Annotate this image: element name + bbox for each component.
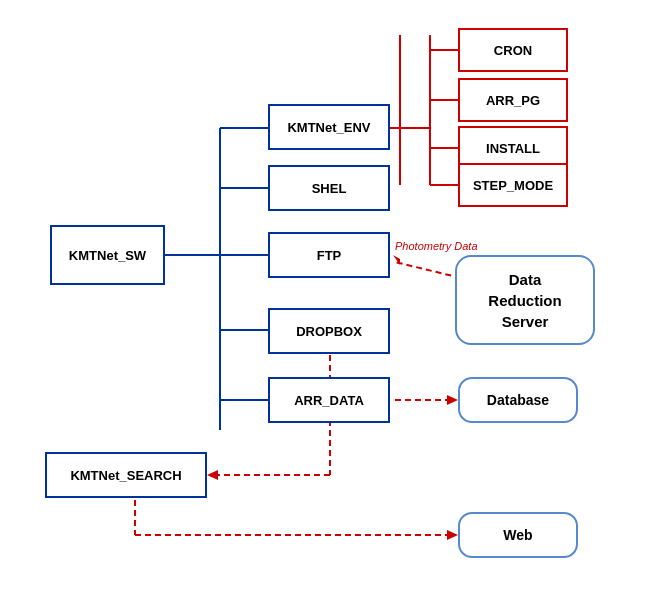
cron-node: CRON [458,28,568,72]
kmtnet-search-node: KMTNet_SEARCH [45,452,207,498]
ftp-node: FTP [268,232,390,278]
svg-marker-25 [447,530,458,540]
database-node: Database [458,377,578,423]
kmtnet-sw-node: KMTNet_SW [50,225,165,285]
web-node: Web [458,512,578,558]
data-reduction-server-node: Data Reduction Server [455,255,595,345]
step-mode-node: STEP_MODE [458,163,568,207]
svg-marker-19 [447,395,458,405]
diagram: KMTNet_SW KMTNet_ENV SHEL FTP DROPBOX AR… [0,0,648,592]
shel-node: SHEL [268,165,390,211]
svg-marker-22 [207,470,218,480]
svg-marker-15 [393,255,400,265]
photometry-data-label: Photometry Data [395,240,478,252]
arr-data-node: ARR_DATA [268,377,390,423]
kmtnet-env-node: KMTNet_ENV [268,104,390,150]
dropbox-node: DROPBOX [268,308,390,354]
arr-pg-node: ARR_PG [458,78,568,122]
